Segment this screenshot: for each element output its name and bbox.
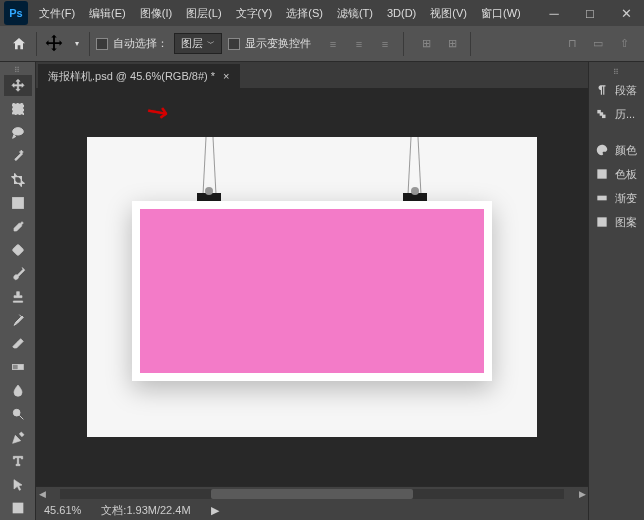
distribute-icon[interactable]: ⊞ xyxy=(440,33,464,55)
tools-panel: ⠿ xyxy=(0,62,36,520)
title-bar: Ps 文件(F) 编辑(E) 图像(I) 图层(L) 文字(Y) 选择(S) 滤… xyxy=(0,0,644,26)
menu-edit[interactable]: 编辑(E) xyxy=(82,0,133,26)
svg-rect-12 xyxy=(597,217,606,226)
scroll-thumb[interactable] xyxy=(211,489,413,499)
brush-tool[interactable] xyxy=(4,263,32,284)
doc-size[interactable]: 文档:1.93M/22.4M xyxy=(101,503,190,518)
maximize-button[interactable]: □ xyxy=(572,0,608,26)
align-icon[interactable]: ≡ xyxy=(373,33,397,55)
frame-tool[interactable] xyxy=(4,192,32,213)
lasso-tool[interactable] xyxy=(4,122,32,143)
divider xyxy=(403,32,404,56)
panel-handle[interactable]: ⠿ xyxy=(3,66,33,74)
crop-tool[interactable] xyxy=(4,169,32,190)
wire xyxy=(202,137,206,195)
pen-tool[interactable] xyxy=(4,427,32,448)
stamp-tool[interactable] xyxy=(4,286,32,307)
auto-select-dropdown[interactable]: 图层 ﹀ xyxy=(174,33,222,54)
menu-type[interactable]: 文字(Y) xyxy=(229,0,280,26)
dropdown-value: 图层 xyxy=(181,36,203,51)
checkbox-icon xyxy=(96,38,108,50)
menu-window[interactable]: 窗口(W) xyxy=(474,0,528,26)
wire xyxy=(212,137,216,195)
panel-label: 段落 xyxy=(615,83,637,98)
move-tool[interactable] xyxy=(4,75,32,96)
panel-patterns[interactable]: 图案 xyxy=(589,210,644,234)
extra-group: ⊓ ▭ ⇧ xyxy=(560,33,636,55)
scroll-left-icon[interactable]: ◀ xyxy=(36,489,48,499)
panel-label: 历... xyxy=(615,107,635,122)
mode-icon[interactable]: ▭ xyxy=(586,33,610,55)
artboard xyxy=(87,137,537,437)
eyedropper-tool[interactable] xyxy=(4,216,32,237)
share-icon[interactable]: ⇧ xyxy=(612,33,636,55)
panel-color[interactable]: 颜色 xyxy=(589,138,644,162)
home-icon[interactable] xyxy=(8,33,30,55)
panel-label: 颜色 xyxy=(615,143,637,158)
menu-file[interactable]: 文件(F) xyxy=(32,0,82,26)
svg-rect-10 xyxy=(597,169,606,178)
shape-tool[interactable] xyxy=(4,497,32,518)
wand-tool[interactable] xyxy=(4,145,32,166)
mode-icon[interactable]: ⊓ xyxy=(560,33,584,55)
panels-dock: ⠿ 段落 历... 颜色 色板 渐变 图案 xyxy=(588,62,644,520)
panel-label: 图案 xyxy=(615,215,637,230)
panel-swatches[interactable]: 色板 xyxy=(589,162,644,186)
chevron-down-icon: ﹀ xyxy=(207,38,215,49)
align-icon[interactable]: ≡ xyxy=(321,33,345,55)
status-arrow-icon[interactable]: ▶ xyxy=(211,504,219,517)
poster-frame xyxy=(132,201,492,381)
transform-controls-checkbox[interactable]: 显示变换控件 xyxy=(228,36,311,51)
horizontal-scrollbar[interactable]: ◀ ▶ xyxy=(36,486,588,500)
svg-rect-9 xyxy=(602,115,606,119)
divider xyxy=(470,32,471,56)
wire xyxy=(407,137,411,195)
menu-select[interactable]: 选择(S) xyxy=(279,0,330,26)
document-tab[interactable]: 海报样机.psd @ 45.6%(RGB/8#) * × xyxy=(38,64,240,88)
blur-tool[interactable] xyxy=(4,380,32,401)
distribute-group: ⊞ ⊞ xyxy=(414,33,464,55)
tab-close-icon[interactable]: × xyxy=(223,70,229,82)
minimize-button[interactable]: ─ xyxy=(536,0,572,26)
menu-view[interactable]: 视图(V) xyxy=(423,0,474,26)
svg-rect-4 xyxy=(12,365,17,370)
healing-tool[interactable] xyxy=(4,239,32,260)
type-tool[interactable] xyxy=(4,451,32,472)
options-bar: ▾ 自动选择： 图层 ﹀ 显示变换控件 ≡ ≡ ≡ ⊞ ⊞ ⊓ ▭ ⇧ xyxy=(0,26,644,62)
path-select-tool[interactable] xyxy=(4,474,32,495)
zoom-value[interactable]: 45.61% xyxy=(44,504,81,516)
window-controls: ─ □ ✕ xyxy=(536,0,644,26)
panel-history[interactable]: 历... xyxy=(589,102,644,126)
panel-label: 渐变 xyxy=(615,191,637,206)
gradient-tool[interactable] xyxy=(4,357,32,378)
main-menu: 文件(F) 编辑(E) 图像(I) 图层(L) 文字(Y) 选择(S) 滤镜(T… xyxy=(32,0,528,26)
wire xyxy=(417,137,421,195)
menu-image[interactable]: 图像(I) xyxy=(133,0,179,26)
marquee-tool[interactable] xyxy=(4,98,32,119)
scroll-track[interactable] xyxy=(60,489,564,499)
distribute-icon[interactable]: ⊞ xyxy=(414,33,438,55)
dodge-tool[interactable] xyxy=(4,404,32,425)
divider xyxy=(36,32,37,56)
workspace: ⠿ 海报样机.psd @ 45.6%(RGB/8#) * × ↘ xyxy=(0,62,644,520)
panel-label: 色板 xyxy=(615,167,637,182)
history-brush-tool[interactable] xyxy=(4,310,32,331)
move-tool-icon[interactable] xyxy=(43,33,65,55)
dropdown-chevron-icon[interactable]: ▾ xyxy=(71,33,83,55)
panel-paragraph[interactable]: 段落 xyxy=(589,78,644,102)
align-icon[interactable]: ≡ xyxy=(347,33,371,55)
close-button[interactable]: ✕ xyxy=(608,0,644,26)
auto-select-label: 自动选择： xyxy=(113,36,168,51)
document-area: 海报样机.psd @ 45.6%(RGB/8#) * × ↘ ◀ xyxy=(36,62,588,520)
panel-handle[interactable]: ⠿ xyxy=(589,68,644,78)
eraser-tool[interactable] xyxy=(4,333,32,354)
scroll-right-icon[interactable]: ▶ xyxy=(576,489,588,499)
checkbox-icon xyxy=(228,38,240,50)
menu-filter[interactable]: 滤镜(T) xyxy=(330,0,380,26)
panel-gradients[interactable]: 渐变 xyxy=(589,186,644,210)
divider xyxy=(89,32,90,56)
auto-select-checkbox[interactable]: 自动选择： xyxy=(96,36,168,51)
canvas[interactable]: ↘ xyxy=(36,88,588,486)
menu-3d[interactable]: 3D(D) xyxy=(380,0,423,26)
menu-layer[interactable]: 图层(L) xyxy=(179,0,228,26)
